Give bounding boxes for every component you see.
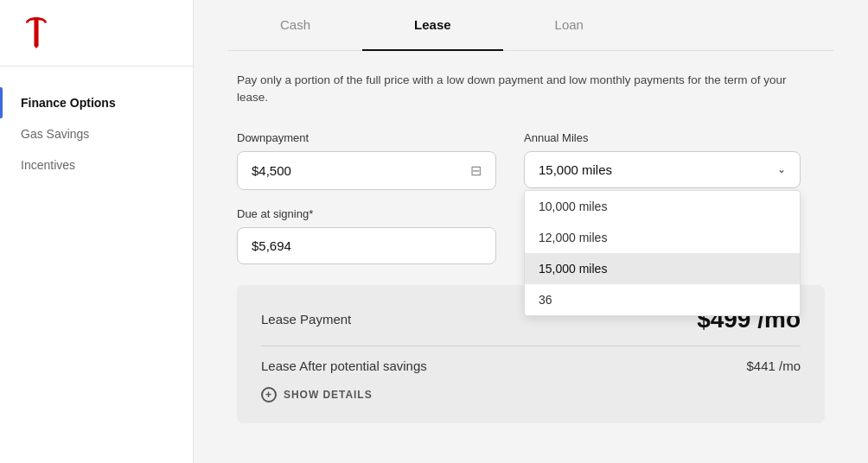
tabs-container: Cash Lease Loan [228,0,833,51]
payment-divider [261,346,801,346]
show-details-icon: + [261,387,277,403]
sidebar-item-incentives[interactable]: Incentives [0,149,193,181]
sidebar-nav: Finance Options Gas Savings Incentives [0,67,193,201]
required-marker: * [309,207,313,220]
sidebar: Finance Options Gas Savings Incentives [0,0,194,463]
dropdown-option-15000[interactable]: 15,000 miles [525,253,800,284]
lease-savings-label: Lease After potential savings [261,358,427,373]
dropdown-option-12000[interactable]: 12,000 miles [525,222,800,253]
annual-miles-dropdown[interactable]: 15,000 miles ⌄ [524,151,801,188]
lease-payment-label: Lease Payment [261,312,351,327]
annual-miles-group: Annual Miles 15,000 miles ⌄ 10,000 miles… [524,131,801,188]
main-content: Cash Lease Loan Pay only a portion of th… [194,0,868,463]
tab-loan[interactable]: Loan [503,0,635,51]
show-details-button[interactable]: + SHOW DETAILS [261,387,801,403]
annual-miles-dropdown-container: 15,000 miles ⌄ 10,000 miles 12,000 miles… [524,151,801,188]
show-details-label: SHOW DETAILS [284,389,373,401]
form-row: Downpayment $4,500 ⊟ Annual Miles 15,000… [237,131,825,190]
lease-savings-row: Lease After potential savings $441 /mo [261,358,801,373]
annual-miles-label: Annual Miles [524,131,801,144]
annual-miles-selected-value: 15,000 miles [539,162,612,177]
content-area: Pay only a portion of the full price wit… [228,72,833,423]
lease-description: Pay only a portion of the full price wit… [237,72,807,107]
dropdown-option-36[interactable]: 36 [525,284,800,315]
due-at-signing-value: $5,694 [237,227,496,264]
tab-lease[interactable]: Lease [362,0,503,51]
downpayment-group: Downpayment $4,500 ⊟ [237,131,496,190]
sidebar-item-finance-options[interactable]: Finance Options [0,87,193,118]
lease-savings-value: $441 /mo [746,358,801,373]
sidebar-item-finance-options-label: Finance Options [21,96,116,110]
chevron-down-icon: ⌄ [777,163,786,175]
downpayment-input[interactable]: $4,500 ⊟ [237,151,496,190]
downpayment-label: Downpayment [237,131,496,144]
sidebar-item-incentives-label: Incentives [21,158,75,172]
downpayment-value: $4,500 [252,163,291,178]
tab-cash[interactable]: Cash [228,0,362,51]
sidebar-item-gas-savings-label: Gas Savings [21,127,89,141]
annual-miles-dropdown-menu: 10,000 miles 12,000 miles 15,000 miles 3… [524,190,801,316]
logo-container [0,0,193,67]
dropdown-option-10000[interactable]: 10,000 miles [525,191,800,222]
tesla-logo-icon [21,17,52,48]
calculator-icon: ⊟ [470,162,482,179]
sidebar-item-gas-savings[interactable]: Gas Savings [0,118,193,149]
